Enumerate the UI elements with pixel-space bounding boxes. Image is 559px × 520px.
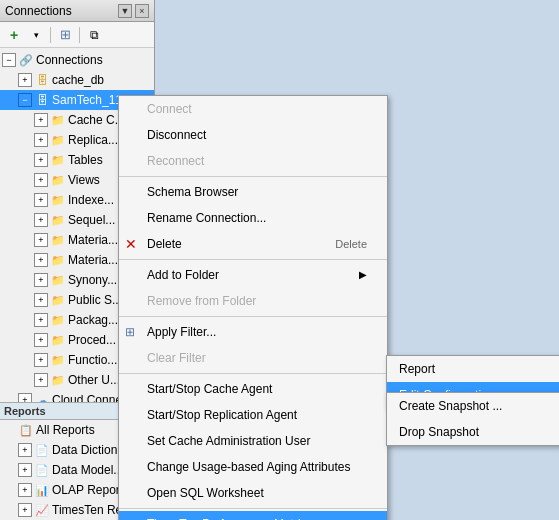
menu-sql-worksheet[interactable]: Open SQL Worksheet	[119, 480, 387, 506]
timesten-reports-icon: 📈	[34, 502, 50, 518]
menu-cache-admin[interactable]: Set Cache Administration User	[119, 428, 387, 454]
add-dropdown-btn[interactable]: ▾	[26, 25, 46, 45]
data-dict-icon: 📄	[34, 442, 50, 458]
menu-schema-browser-label: Schema Browser	[147, 183, 367, 201]
folder-icon-cache: 📁	[50, 112, 66, 128]
submenu-create-snapshot[interactable]: Create Snapshot ...	[387, 393, 559, 419]
expand-other[interactable]: +	[34, 373, 48, 387]
all-reports-icon: 📋	[18, 422, 34, 438]
indexes-label: Indexe...	[68, 191, 114, 209]
materia1-label: Materia...	[68, 231, 118, 249]
views-label: Views	[68, 171, 100, 189]
toolbar-sep-2	[79, 27, 80, 43]
sequences-label: Sequel...	[68, 211, 115, 229]
timesten-metrics-arrow: ▶	[359, 515, 367, 520]
menu-cache-agent[interactable]: Start/Stop Cache Agent	[119, 376, 387, 402]
folder-icon-procedures: 📁	[50, 332, 66, 348]
db-icon-cache: 🗄	[34, 72, 50, 88]
menu-replication-agent[interactable]: Start/Stop Replication Agent	[119, 402, 387, 428]
expand-replica[interactable]: +	[34, 133, 48, 147]
replica-label: Replica...	[68, 131, 118, 149]
expand-indexes[interactable]: +	[34, 193, 48, 207]
menu-sep-5	[119, 508, 387, 509]
data-dict-label: Data Diction...	[52, 441, 127, 459]
filter-btn[interactable]: ⊞	[55, 25, 75, 45]
panel-title: Connections	[5, 4, 72, 18]
menu-clear-filter-label: Clear Filter	[147, 349, 367, 367]
submenu-drop-snapshot-label: Drop Snapshot	[399, 425, 479, 439]
submenu-create-snapshot-label: Create Snapshot ...	[399, 399, 502, 413]
data-model-label: Data Model...	[52, 461, 123, 479]
expand-cloud[interactable]: +	[18, 393, 32, 402]
menu-remove-folder-label: Remove from Folder	[147, 292, 367, 310]
tree-item-connections[interactable]: − 🔗 Connections	[0, 50, 154, 70]
expand-procedures[interactable]: +	[34, 333, 48, 347]
db-icon-samtech: 🗄	[34, 92, 50, 108]
expand-tables[interactable]: +	[34, 153, 48, 167]
procedures-label: Proced...	[68, 331, 116, 349]
all-reports-label: All Reports	[36, 421, 95, 439]
menu-disconnect-label: Disconnect	[147, 126, 367, 144]
expand-dm[interactable]: +	[18, 463, 32, 477]
panel-pin-btn[interactable]: ▼	[118, 4, 132, 18]
submenu-report[interactable]: Report	[387, 356, 559, 382]
connections-label: Connections	[36, 51, 103, 69]
menu-connect-label: Connect	[147, 100, 367, 118]
menu-connect[interactable]: Connect	[119, 96, 387, 122]
menu-replication-agent-label: Start/Stop Replication Agent	[147, 406, 367, 424]
menu-sql-worksheet-label: Open SQL Worksheet	[147, 484, 367, 502]
folder-icon-materia1: 📁	[50, 232, 66, 248]
expand-dd[interactable]: +	[18, 443, 32, 457]
menu-sep-3	[119, 316, 387, 317]
submenu-drop-snapshot[interactable]: Drop Snapshot	[387, 419, 559, 445]
functions-label: Functio...	[68, 351, 117, 369]
expand-public[interactable]: +	[34, 293, 48, 307]
menu-aging-label: Change Usage-based Aging Attributes	[147, 458, 367, 476]
synonyms-label: Synony...	[68, 271, 117, 289]
cloud-icon: ☁	[34, 392, 50, 402]
expand-functions[interactable]: +	[34, 353, 48, 367]
panel-titlebar: Connections ▼ ×	[0, 0, 154, 22]
menu-delete-shortcut: Delete	[335, 235, 367, 253]
submenu-snapshots: Create Snapshot ... Drop Snapshot	[386, 392, 559, 446]
menu-delete[interactable]: ✕ Delete Delete	[119, 231, 387, 257]
folder-icon-synonyms: 📁	[50, 272, 66, 288]
expand-ttr[interactable]: +	[18, 503, 32, 517]
menu-aging[interactable]: Change Usage-based Aging Attributes	[119, 454, 387, 480]
packages-label: Packag...	[68, 311, 118, 329]
expand-olap[interactable]: +	[18, 483, 32, 497]
copy-btn[interactable]: ⧉	[84, 25, 104, 45]
menu-apply-filter[interactable]: ⊞ Apply Filter...	[119, 319, 387, 345]
expand-cache-db[interactable]: +	[18, 73, 32, 87]
expand-packages[interactable]: +	[34, 313, 48, 327]
context-menu: Connect Disconnect Reconnect Schema Brow…	[118, 95, 388, 520]
menu-remove-folder[interactable]: Remove from Folder	[119, 288, 387, 314]
expand-samtech[interactable]: −	[18, 93, 32, 107]
expand-views[interactable]: +	[34, 173, 48, 187]
tree-item-cache-db[interactable]: + 🗄 cache_db	[0, 70, 154, 90]
menu-timesten-metrics[interactable]: TimesTen Performance Metrics ▶	[119, 511, 387, 520]
menu-schema-browser[interactable]: Schema Browser	[119, 179, 387, 205]
expand-materia1[interactable]: +	[34, 233, 48, 247]
expand-materia2[interactable]: +	[34, 253, 48, 267]
menu-rename[interactable]: Rename Connection...	[119, 205, 387, 231]
add-connection-btn[interactable]: +	[4, 25, 24, 45]
expand-connections[interactable]: −	[2, 53, 16, 67]
menu-timesten-metrics-label: TimesTen Performance Metrics	[147, 515, 359, 520]
folder-icon-materia2: 📁	[50, 252, 66, 268]
folder-icon-sequences: 📁	[50, 212, 66, 228]
menu-delete-label: Delete	[147, 235, 315, 253]
menu-disconnect[interactable]: Disconnect	[119, 122, 387, 148]
expand-sequences[interactable]: +	[34, 213, 48, 227]
expand-cache[interactable]: +	[34, 113, 48, 127]
menu-clear-filter[interactable]: Clear Filter	[119, 345, 387, 371]
tables-label: Tables	[68, 151, 103, 169]
add-folder-arrow: ▶	[359, 266, 367, 284]
expand-synonyms[interactable]: +	[34, 273, 48, 287]
menu-reconnect[interactable]: Reconnect	[119, 148, 387, 174]
menu-add-folder[interactable]: Add to Folder ▶	[119, 262, 387, 288]
data-model-icon: 📄	[34, 462, 50, 478]
panel-close-btn[interactable]: ×	[135, 4, 149, 18]
cache-db-label: cache_db	[52, 71, 104, 89]
folder-icon-views: 📁	[50, 172, 66, 188]
